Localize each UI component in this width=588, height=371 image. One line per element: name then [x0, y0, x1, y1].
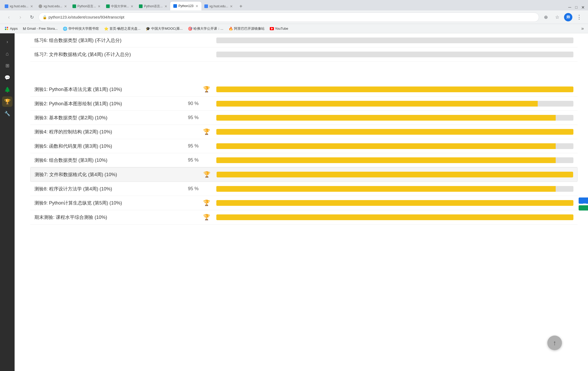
bookmark-hust-lib[interactable]: 🌐 华中科技大学图书馆 — [60, 25, 101, 32]
hust-lib-icon: 🌐 — [63, 27, 67, 31]
side-actions-container: 在线编程 吐槽 — [579, 197, 588, 211]
minimize-button[interactable]: ─ — [567, 4, 573, 10]
bookmark-ali[interactable]: 🔥 阿里巴巴开源镜像站 — [226, 25, 267, 32]
row-quiz-9-progress-fill — [216, 200, 573, 206]
back-button[interactable]: ‹ — [4, 13, 14, 22]
bookmark-star-icon[interactable]: ☆ — [553, 13, 562, 22]
row-quiz-2-progress-fill — [216, 101, 538, 107]
row-exercise-7-label: 练习7: 文件和数据格式化 (第4周) (不计入总分) — [34, 51, 180, 58]
tab-1[interactable]: xg.hust.edu... ✕ — [2, 2, 36, 10]
tab-5[interactable]: Python语言... ✕ — [136, 2, 170, 10]
profile-avatar[interactable]: 帅 — [564, 13, 572, 21]
tab-3-close[interactable]: ✕ — [98, 4, 101, 8]
tab-3-title: Python语言... — [77, 4, 96, 9]
reload-button[interactable]: ↻ — [27, 13, 36, 22]
row-quiz-5-score: 95 % — [180, 143, 199, 149]
tab-6-close[interactable]: ✕ — [195, 4, 198, 8]
browser-chrome: xg.hust.edu... ✕ xg.hust.edu... ✕ Python… — [0, 0, 588, 33]
row-exercise-7[interactable]: 练习7: 文件和数据格式化 (第4周) (不计入总分) — [30, 47, 578, 61]
row-quiz-8[interactable]: 测验8: 程序设计方法学 (第4周) (10%) 95 % — [30, 182, 578, 196]
tab-7-close[interactable]: ✕ — [230, 4, 233, 8]
row-quiz-3-progress-bg — [216, 115, 573, 121]
row-quiz-3-label: 测验3: 基本数据类型 (第2周) (10%) — [34, 115, 180, 121]
sidebar-trophy[interactable]: 🏆 — [2, 96, 13, 107]
sidebar-expand[interactable]: › — [2, 36, 13, 47]
apps-grid-icon — [5, 27, 9, 31]
tab-3[interactable]: Python语言... ✕ — [70, 2, 103, 10]
bookmark-youtube[interactable]: YouTube — [267, 26, 291, 32]
scroll-top-button[interactable]: ↑ — [547, 336, 562, 350]
sidebar-wrench[interactable]: 🔧 — [2, 108, 13, 119]
row-quiz-6-progress-bg — [216, 157, 573, 163]
tab-4-close[interactable]: ✕ — [131, 4, 133, 8]
row-quiz-3[interactable]: 测验3: 基本数据类型 (第2周) (10%) 95 % — [30, 111, 578, 125]
star-icon: ⭐ — [104, 27, 108, 31]
tab-2-close[interactable]: ✕ — [64, 4, 67, 8]
row-quiz-9[interactable]: 测验9: Python计算生态纵览 (第5周) (10%) 🏆 — [30, 196, 578, 210]
gmail-icon: M — [23, 27, 26, 31]
url-bar[interactable]: 🔒 python123.io/student/courses/934/trans… — [39, 13, 539, 22]
row-final-progress-fill — [216, 214, 573, 220]
more-bookmarks-button[interactable]: » — [579, 26, 586, 31]
sidebar-chat[interactable]: 💬 — [2, 72, 13, 83]
bookmark-star[interactable]: ⭐ 首页-畅想之星光盘... — [101, 25, 143, 32]
new-tab-button[interactable]: + — [237, 2, 245, 10]
row-quiz-5[interactable]: 测验5: 函数和代码复用 (第3周) (10%) 95 % — [30, 139, 578, 153]
row-quiz-6-score: 95 % — [180, 157, 199, 163]
tab-5-close[interactable]: ✕ — [164, 4, 167, 8]
sidebar-tree[interactable]: 🌲 — [2, 84, 13, 95]
close-button[interactable]: ✕ — [580, 4, 586, 10]
address-bar: ‹ › ↻ 🔒 python123.io/student/courses/934… — [0, 10, 588, 24]
bookmark-harvard[interactable]: 🎯 哈佛大学公开课：... — [185, 25, 226, 32]
maximize-button[interactable]: □ — [573, 4, 579, 10]
row-quiz-7-progress-bg — [217, 172, 573, 177]
row-quiz-7[interactable]: 测验7: 文件和数据格式化 (第4周) (10%) 🏆 — [30, 167, 578, 182]
bookmark-gmail[interactable]: M Gmail - Free Stora... — [20, 26, 60, 32]
bookmark-apps[interactable]: Apps — [2, 26, 20, 32]
row-quiz-9-progress-bg — [216, 200, 573, 206]
online-coding-button[interactable]: 在线编程 — [579, 197, 588, 204]
bookmark-apps-label: Apps — [10, 27, 18, 30]
forward-button[interactable]: › — [16, 13, 25, 22]
row-exercise-7-progress-bg — [216, 52, 573, 57]
row-quiz-9-label: 测验9: Python计算生态纵览 (第5周) (10%) — [34, 200, 180, 206]
bookmark-mooc[interactable]: 🎓 中国大学MOOC(慕... — [143, 25, 185, 32]
tab-2[interactable]: xg.hust.edu... ✕ — [36, 2, 70, 10]
tab-4[interactable]: 中国大学M... ✕ — [103, 2, 136, 10]
bookmarks-bar: Apps M Gmail - Free Stora... 🌐 华中科技大学图书馆… — [0, 24, 588, 33]
svg-rect-3 — [7, 29, 8, 30]
harvard-icon: 🎯 — [188, 27, 192, 31]
tab-bar: xg.hust.edu... ✕ xg.hust.edu... ✕ Python… — [0, 0, 588, 10]
url-text: python123.io/student/courses/934/transcr… — [48, 15, 535, 19]
tab-7-title: xg.hust.edu... — [209, 4, 228, 8]
row-quiz-1-label: 测验1: Python基本语法元素 (第1周) (10%) — [34, 86, 180, 92]
tab-1-close[interactable]: ✕ — [30, 4, 33, 8]
row-quiz-5-progress-bg — [216, 143, 573, 149]
tab-1-title: xg.hust.edu... — [10, 4, 28, 8]
row-quiz-1[interactable]: 测验1: Python基本语法元素 (第1周) (10%) 🏆 — [30, 82, 578, 97]
row-quiz-2[interactable]: 测验2: Python基本图形绘制 (第1周) (10%) 90 % — [30, 97, 578, 111]
row-quiz-4[interactable]: 测验4: 程序的控制结构 (第2周) (10%) 🏆 — [30, 125, 578, 139]
row-quiz-7-label: 测验7: 文件和数据格式化 (第4周) (10%) — [35, 171, 181, 178]
bookmark-youtube-label: YouTube — [275, 27, 288, 30]
row-final[interactable]: 期末测验: 课程水平综合测验 (10%) 🏆 — [30, 210, 578, 225]
row-quiz-7-trophy: 🏆 — [199, 171, 215, 178]
svg-rect-1 — [7, 27, 8, 28]
row-quiz-6[interactable]: 测验6: 组合数据类型 (第3周) (10%) 95 % — [30, 153, 578, 167]
tab-7[interactable]: xg.hust.edu... ✕ — [202, 2, 235, 10]
bookmark-star-label: 首页-畅想之星光盘... — [109, 26, 140, 31]
sidebar-puzzle[interactable]: ⊞ — [2, 60, 13, 71]
row-quiz-2-score: 90 % — [180, 101, 199, 106]
menu-button[interactable]: ⋮ — [574, 13, 584, 22]
sidebar-home[interactable]: ⌂ — [2, 48, 13, 59]
row-final-trophy: 🏆 — [199, 214, 214, 221]
row-quiz-8-progress-bg — [216, 186, 573, 192]
row-exercise-6[interactable]: 练习6: 组合数据类型 (第3周) (不计入总分) — [30, 33, 578, 47]
feedback-button[interactable]: 吐槽 — [579, 205, 588, 211]
row-quiz-8-progress-fill — [216, 186, 556, 192]
row-quiz-4-progress-bg — [216, 129, 573, 135]
tab-6-active[interactable]: Python123 ✕ — [170, 2, 201, 10]
translate-icon[interactable]: ⊕ — [541, 13, 550, 22]
spacer-row — [30, 61, 578, 82]
row-exercise-6-progress-bg — [216, 38, 573, 43]
